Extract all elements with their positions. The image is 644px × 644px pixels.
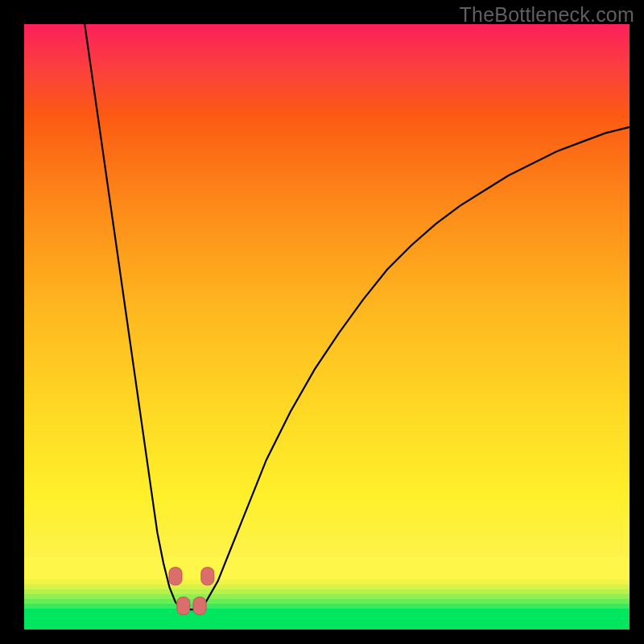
curve-marker — [193, 597, 206, 615]
watermark-text: TheBottleneck.com — [460, 3, 634, 27]
curve-marker — [177, 597, 190, 615]
curve-markers — [169, 568, 214, 615]
curve-marker — [201, 568, 214, 585]
chart-frame: TheBottleneck.com — [0, 0, 644, 644]
bottleneck-curve — [85, 24, 630, 609]
curve-marker — [169, 568, 182, 585]
curve-svg — [24, 24, 630, 630]
plot-area — [24, 24, 630, 630]
